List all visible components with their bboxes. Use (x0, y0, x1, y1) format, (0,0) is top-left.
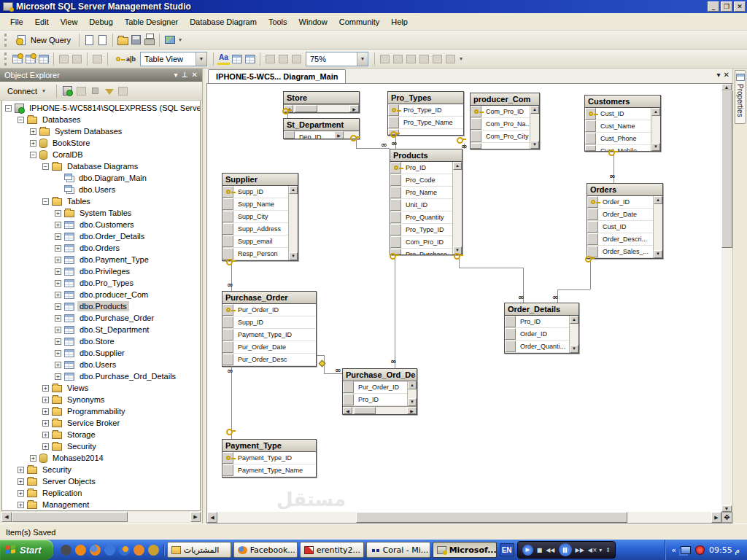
entity-table-purchase-order[interactable]: Purchase_OrderPur_Order_IDSupp_IDPayment… (222, 291, 317, 367)
arrange-tables-icon[interactable] (277, 52, 290, 65)
row-handle[interactable] (390, 211, 401, 223)
scroll-down-icon[interactable]: ▼ (530, 141, 539, 149)
add-related-tables-icon[interactable] (231, 52, 243, 65)
entity-table-title[interactable]: St_Department (284, 119, 359, 131)
entity-field-row[interactable]: Com_Pro_Na... (471, 118, 539, 131)
tree-item-dbo-st-department[interactable]: +dbo.St_Department (2, 324, 200, 335)
tree-item-system-databases[interactable]: +System Databases (2, 125, 200, 137)
collapse-minus-icon[interactable]: − (18, 117, 24, 123)
scroll-down-icon[interactable]: ▼ (289, 252, 298, 260)
entity-table-title[interactable]: Store (284, 92, 359, 104)
toolbar-grip[interactable] (4, 52, 7, 66)
play-icon[interactable]: ▶ (522, 545, 533, 556)
tray-collapse-icon[interactable]: « (671, 545, 676, 555)
stop-icon[interactable] (89, 85, 101, 97)
table-vscrollbar[interactable]: ▲▼ (452, 162, 462, 254)
row-handle[interactable] (343, 381, 354, 393)
new-project-icon[interactable] (96, 34, 109, 46)
view-page-breaks-icon[interactable] (392, 52, 404, 65)
row-handle[interactable] (585, 133, 596, 144)
expand-plus-icon[interactable]: + (30, 140, 36, 147)
expand-plus-icon[interactable]: + (55, 292, 61, 298)
tree-item-dbo-users[interactable]: +dbo.Users (2, 359, 200, 370)
menu-window[interactable]: Window (293, 15, 333, 28)
entity-table-title[interactable]: Supplier (222, 174, 298, 186)
row-handle[interactable] (505, 328, 516, 340)
menu-view[interactable]: View (55, 15, 84, 28)
start-button[interactable]: Start (0, 540, 53, 560)
entity-field-row[interactable]: Supp_ID (222, 316, 316, 329)
entity-table-title[interactable]: Purchase_Order (222, 292, 316, 304)
scroll-left-icon[interactable]: ◀ (1, 512, 12, 522)
row-handle-key[interactable] (587, 196, 598, 208)
entity-field-row[interactable]: Com_Pro_ID (471, 106, 539, 118)
entity-table-title[interactable]: Purchase_Ord_De (343, 369, 417, 381)
tree-item-programmability[interactable]: +Programmability (2, 405, 200, 417)
entity-field-row[interactable]: Order_Quanti... (505, 341, 578, 353)
entity-field-row[interactable]: Supp_Name (222, 198, 298, 211)
entity-field-row[interactable]: Cust_ID (585, 108, 660, 120)
tree-item-synonyms[interactable]: +Synonyms (2, 394, 200, 405)
diagram-picture-icon[interactable] (163, 34, 176, 46)
filter-icon[interactable] (103, 85, 115, 97)
scroll-right-icon[interactable]: ▶ (349, 105, 359, 112)
expand-plus-icon[interactable]: + (30, 128, 36, 135)
entity-field-row[interactable]: Pur_Order_Date (222, 341, 316, 354)
menu-tools[interactable]: Tools (263, 15, 293, 28)
scroll-down-icon[interactable]: ▼ (654, 250, 662, 258)
disconnect-icon[interactable] (75, 85, 88, 97)
entity-field-row[interactable]: Pro_Type_ID (388, 104, 463, 117)
row-handle[interactable] (222, 464, 233, 476)
page-breaks-icon[interactable] (290, 52, 303, 65)
diagram-pan-button[interactable]: ✥ (721, 512, 732, 523)
entity-table-title[interactable]: Payment_Type (222, 440, 316, 452)
expand-plus-icon[interactable]: + (55, 362, 61, 368)
entity-table-title[interactable]: Pro_Types (388, 92, 463, 104)
scroll-up-icon[interactable]: ▲ (408, 381, 417, 389)
scroll-left-icon[interactable]: ◀ (207, 512, 217, 523)
expand-plus-icon[interactable]: + (18, 502, 24, 508)
expand-plus-icon[interactable]: + (55, 338, 61, 345)
delete-table-icon[interactable] (58, 52, 70, 65)
entity-field-row[interactable]: Pro_Name (390, 187, 462, 199)
expand-plus-icon[interactable]: + (55, 280, 61, 287)
entity-table-order-details[interactable]: Order_DetailsPro_IDOrder_IDOrder_Quanti.… (504, 303, 579, 354)
table-vscrollbar[interactable]: ▲▼ (653, 196, 662, 258)
firefox-icon[interactable] (90, 545, 101, 556)
entity-table-title[interactable]: Order_Details (505, 303, 578, 316)
row-handle[interactable] (390, 174, 401, 186)
task-button-microsof[interactable]: Microsof... (433, 542, 497, 558)
scroll-up-icon[interactable]: ▲ (289, 186, 298, 194)
row-handle[interactable] (222, 329, 233, 341)
table-vscrollbar[interactable]: ▲▼ (288, 186, 298, 260)
task-button-المشتريات[interactable]: المشتريات (167, 542, 231, 558)
scroll-up-icon[interactable]: ▲ (530, 106, 539, 114)
entity-field-row[interactable]: Pur_Order_ID (343, 381, 417, 394)
entity-field-row-clipped[interactable]: Cust_Mobile (585, 145, 660, 151)
scroll-right-icon[interactable]: ▶ (407, 407, 417, 414)
scroll-up-icon[interactable]: ▲ (654, 196, 662, 204)
tree-item-dbo-purchase-ord-details[interactable]: +dbo.Purchase_Ord_Details (2, 370, 200, 382)
scroll-down-icon[interactable]: ▼ (408, 398, 417, 406)
expand-plus-icon[interactable]: + (42, 432, 49, 438)
entity-field-row[interactable]: Pro_ID (505, 316, 578, 328)
object-explorer-hscrollbar[interactable]: ◀ ▶ (1, 512, 201, 522)
collapse-minus-icon[interactable]: − (42, 163, 49, 170)
entity-field-row[interactable]: Cust_ID (587, 221, 662, 233)
relationship-labels-icon[interactable] (379, 52, 391, 65)
new-document-icon[interactable] (83, 34, 96, 46)
panel-close-icon[interactable]: ✕ (192, 69, 198, 81)
security-alert-icon[interactable] (695, 545, 705, 555)
row-handle[interactable] (471, 118, 481, 130)
tree-item-dbo-pro-types[interactable]: +dbo.Pro_Types (2, 277, 200, 289)
entity-table-customers[interactable]: CustomersCust_IDCust_NameCust_PhoneCust_… (584, 95, 661, 152)
zoom-dropdown[interactable]: 75% ▼ (306, 52, 368, 66)
properties-collapsed-tab[interactable]: Properties (735, 70, 746, 124)
tree-item-dbo-purchase-order[interactable]: +dbo.Purchase_Order (2, 312, 200, 324)
entity-field-row[interactable]: Com_Pro_ID (390, 236, 462, 249)
tree-item-databases[interactable]: −Databases (2, 114, 200, 125)
row-handle[interactable] (222, 198, 233, 210)
autosize-tables-icon[interactable] (244, 52, 256, 65)
entity-field-row[interactable]: Order_Date (587, 209, 662, 221)
entity-table-title[interactable]: producer_Com (471, 93, 539, 106)
